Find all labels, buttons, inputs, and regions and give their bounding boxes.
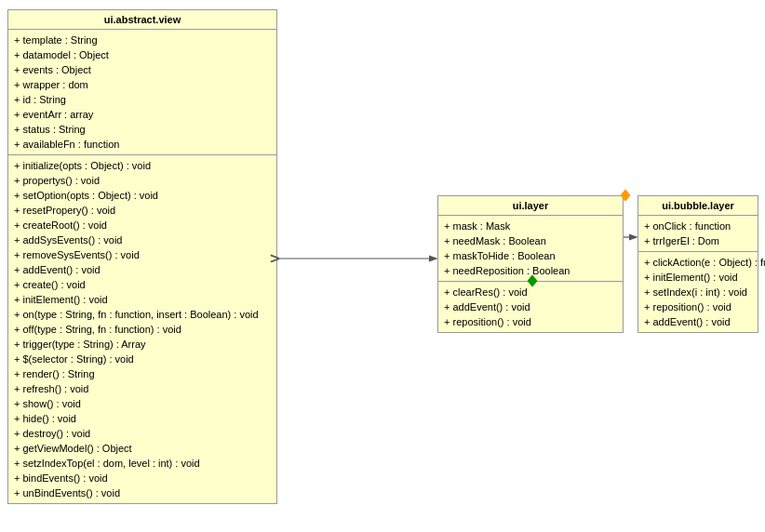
method-propertys: + propertys() : void xyxy=(14,173,271,188)
method-initelement: + initElement() : void xyxy=(14,292,271,307)
method-trigger: + trigger(type : String) : Array xyxy=(14,337,271,352)
bubble-method-setindex: + setIndex(i : int) : void xyxy=(644,285,752,299)
method-setzindextop: + setzIndexTop(el : dom, level : int) : … xyxy=(14,456,271,471)
layer-methods: + clearRes() : void + addEvent() : void … xyxy=(438,282,623,332)
method-getviewmodel: + getViewModel() : Object xyxy=(14,441,271,456)
bubble-method-addevent: + addEvent() : void xyxy=(644,314,752,329)
layer-method-clearres: + clearRes() : void xyxy=(444,285,617,299)
bubble-layer-class: ui.bubble.layer + onClick : function + t… xyxy=(638,195,758,333)
method-removesysevents: + removeSysEvents() : void xyxy=(14,247,271,262)
prop-datamodel: + datamodel : Object xyxy=(14,47,271,62)
layer-method-addevent: + addEvent() : void xyxy=(444,299,617,314)
method-show: + show() : void xyxy=(14,396,271,411)
prop-wrapper: + wrapper : dom xyxy=(14,77,271,92)
method-hide: + hide() : void xyxy=(14,411,271,426)
bubble-layer-title: ui.bubble.layer xyxy=(638,196,758,216)
layer-prop-needreposition: + needReposition : Boolean xyxy=(444,263,617,278)
method-createroot: + createRoot() : void xyxy=(14,218,271,233)
prop-template: + template : String xyxy=(14,33,271,47)
layer-prop-masktohide: + maskToHide : Boolean xyxy=(444,248,617,263)
bubble-layer-properties: + onClick : function + trrIgerEl : Dom xyxy=(638,216,758,252)
method-resetpropery: + resetPropery() : void xyxy=(14,203,271,218)
bubble-method-reposition: + reposition() : void xyxy=(644,299,752,314)
method-off: + off(type : String, fn : function) : vo… xyxy=(14,322,271,337)
method-bindevents: + bindEvents() : void xyxy=(14,471,271,485)
layer-title: ui.layer xyxy=(438,196,623,216)
bubble-method-initelement: + initElement() : void xyxy=(644,270,752,285)
bubble-prop-onclick: + onClick : function xyxy=(644,219,752,233)
abstract-view-methods: + initialize(opts : Object) : void + pro… xyxy=(8,155,276,503)
method-on: + on(type : String, fn : function, inser… xyxy=(14,307,271,322)
diagram-container: ui.abstract.view + template : String + d… xyxy=(0,0,765,532)
prop-eventarr: + eventArr : array xyxy=(14,107,271,122)
prop-events: + events : Object xyxy=(14,62,271,77)
method-create: + create() : void xyxy=(14,277,271,292)
method-addevent: + addEvent() : void xyxy=(14,262,271,277)
layer-class: ui.layer + mask : Mask + needMask : Bool… xyxy=(437,195,624,333)
method-selector: + $(selector : String) : void xyxy=(14,352,271,366)
layer-prop-mask: + mask : Mask xyxy=(444,219,617,233)
layer-prop-needmask: + needMask : Boolean xyxy=(444,233,617,248)
prop-availablefn: + availableFn : function xyxy=(14,137,271,152)
bubble-prop-trriger: + trrIgerEl : Dom xyxy=(644,233,752,248)
method-setoption: + setOption(opts : Object) : void xyxy=(14,188,271,203)
bubble-layer-methods: + clickAction(e : Object) : function + i… xyxy=(638,252,758,332)
method-destroy: + destroy() : void xyxy=(14,426,271,441)
layer-properties: + mask : Mask + needMask : Boolean + mas… xyxy=(438,216,623,282)
abstract-view-title: ui.abstract.view xyxy=(8,10,276,30)
bubble-method-clickaction: + clickAction(e : Object) : function xyxy=(644,255,752,270)
method-refresh: + refresh() : void xyxy=(14,381,271,396)
prop-id: + id : String xyxy=(14,92,271,107)
method-unbindevents: + unBindEvents() : void xyxy=(14,485,271,500)
abstract-view-properties: + template : String + datamodel : Object… xyxy=(8,30,276,155)
abstract-view-class: ui.abstract.view + template : String + d… xyxy=(7,9,277,504)
layer-method-reposition: + reposition() : void xyxy=(444,314,617,329)
prop-status: + status : String xyxy=(14,122,271,137)
method-render: + render() : String xyxy=(14,366,271,381)
method-initialize: + initialize(opts : Object) : void xyxy=(14,158,271,173)
method-addsysevents: + addSysEvents() : void xyxy=(14,233,271,247)
